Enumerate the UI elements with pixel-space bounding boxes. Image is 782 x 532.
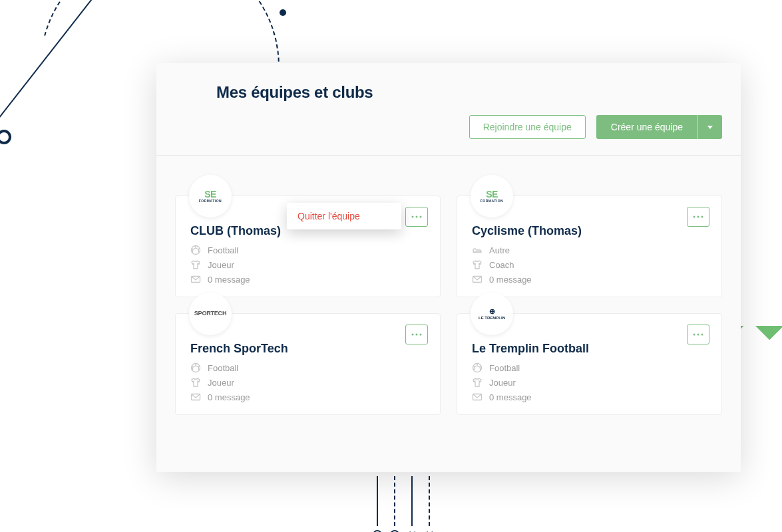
team-sport-label: Autre (489, 245, 510, 255)
leave-team-menu-item[interactable]: Quitter l'équipe (297, 211, 391, 221)
shoe-icon (472, 245, 483, 255)
svg-point-11 (420, 334, 422, 336)
header-actions: Rejoindre une équipe Créer une équipe (216, 115, 722, 139)
create-team-button-group: Créer une équipe (596, 115, 722, 139)
more-horizontal-icon (693, 215, 703, 218)
svg-point-15 (697, 334, 699, 336)
svg-point-9 (412, 334, 414, 336)
team-logo: SPORTECH (189, 293, 232, 335)
svg-point-16 (701, 334, 703, 336)
card-dropdown-menu: Quitter l'équipe (287, 203, 401, 229)
jersey-icon (472, 259, 483, 270)
card-menu-button[interactable] (405, 207, 428, 227)
svg-point-2 (420, 216, 422, 218)
chevron-down-icon (707, 126, 713, 129)
team-messages-label: 0 message (489, 392, 532, 402)
svg-point-10 (416, 334, 418, 336)
svg-point-1 (416, 216, 418, 218)
team-card[interactable]: SE FORMATION Cyclisme (Thomas) Autre Coa… (457, 196, 722, 297)
team-name: Le Tremplin Football (472, 342, 707, 356)
team-sport-row: Football (190, 245, 425, 255)
mail-icon (472, 274, 483, 285)
football-icon (190, 245, 201, 255)
team-role-row: Joueur (190, 259, 425, 270)
team-card[interactable]: SPORTECH French SporTech Football Joueur (175, 313, 441, 415)
team-role-label: Coach (489, 260, 514, 270)
create-team-dropdown-button[interactable] (697, 115, 722, 139)
join-team-button[interactable]: Rejoindre une équipe (469, 115, 586, 139)
team-messages-row: 0 message (190, 392, 425, 402)
teams-grid: SE FORMATION Quitter l'équipe CLUB (Thom… (156, 156, 741, 434)
team-logo: SE FORMATION (471, 175, 513, 217)
team-sport-label: Football (208, 363, 238, 373)
jersey-icon (190, 259, 201, 270)
more-horizontal-icon (411, 215, 422, 218)
team-messages-label: 0 message (208, 275, 250, 285)
decorative-dot (280, 9, 286, 16)
card-menu-button[interactable] (687, 207, 709, 227)
team-messages-label: 0 message (489, 275, 532, 285)
svg-point-6 (697, 216, 699, 218)
more-horizontal-icon (411, 333, 422, 336)
create-team-button[interactable]: Créer une équipe (596, 115, 697, 139)
team-messages-label: 0 message (208, 392, 250, 402)
svg-point-14 (693, 334, 695, 336)
decorative-bottom: ✕ ✕ (373, 476, 434, 532)
football-icon (472, 362, 483, 373)
team-name: French SporTech (190, 342, 425, 356)
team-sport-label: Football (208, 245, 238, 255)
team-sport-row: Football (190, 362, 425, 373)
team-role-label: Joueur (208, 378, 234, 388)
more-horizontal-icon (693, 333, 703, 336)
svg-point-0 (412, 216, 414, 218)
team-role-label: Joueur (489, 378, 516, 388)
mail-icon (190, 392, 201, 402)
mail-icon (190, 274, 201, 285)
svg-point-5 (693, 216, 695, 218)
team-card[interactable]: ⊕ LE TREMPLIN Le Tremplin Football Footb… (457, 313, 722, 415)
mail-icon (472, 392, 483, 402)
teams-panel: Mes équipes et clubs Rejoindre une équip… (156, 63, 741, 472)
jersey-icon (472, 377, 483, 388)
card-menu-button[interactable] (687, 325, 709, 344)
team-card[interactable]: SE FORMATION Quitter l'équipe CLUB (Thom… (175, 196, 441, 297)
team-sport-row: Football (472, 362, 707, 373)
jersey-icon (190, 377, 201, 388)
team-role-row: Coach (472, 259, 707, 270)
panel-header: Mes équipes et clubs Rejoindre une équip… (156, 63, 741, 156)
team-messages-row: 0 message (472, 274, 707, 285)
team-messages-row: 0 message (472, 392, 707, 402)
page-title: Mes équipes et clubs (216, 83, 722, 102)
team-logo: ⊕ LE TREMPLIN (471, 293, 513, 335)
team-sport-row: Autre (472, 245, 707, 255)
team-role-row: Joueur (190, 377, 425, 388)
team-messages-row: 0 message (190, 274, 425, 285)
team-role-label: Joueur (208, 260, 234, 270)
svg-point-7 (701, 216, 703, 218)
decorative-circle (0, 130, 11, 144)
team-role-row: Joueur (472, 377, 707, 388)
team-name: Cyclisme (Thomas) (472, 224, 707, 238)
card-menu-button[interactable] (405, 325, 428, 344)
team-sport-label: Football (489, 363, 520, 373)
team-logo: SE FORMATION (189, 175, 232, 217)
football-icon (190, 362, 201, 373)
